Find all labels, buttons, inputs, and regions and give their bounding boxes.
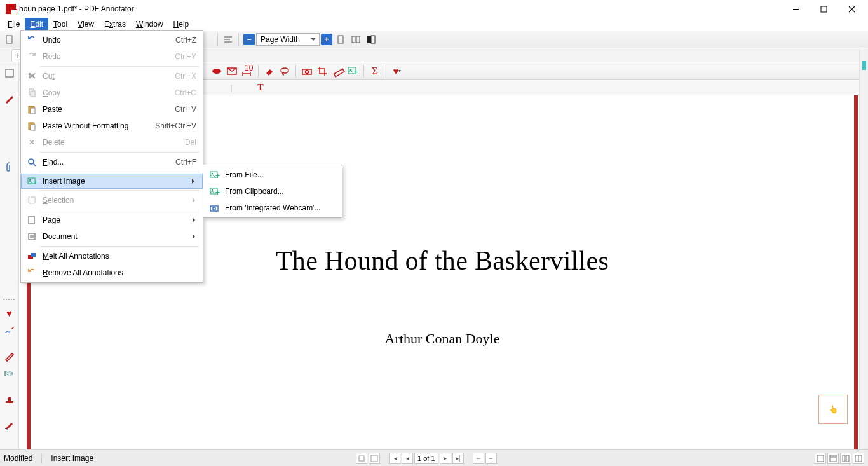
label-tool[interactable]: abl (3, 367, 17, 381)
two-page-button[interactable] (349, 32, 363, 46)
thumb-large-icon[interactable] (369, 453, 380, 464)
svg-rect-55 (371, 455, 377, 462)
svg-rect-41 (29, 233, 35, 240)
menu-file[interactable]: File (3, 18, 25, 31)
menu-extras[interactable]: Extras (99, 18, 131, 31)
favorite-tool-icon[interactable]: ♥▾ (391, 65, 403, 77)
svg-rect-45 (31, 253, 36, 257)
menu-page[interactable]: Page (21, 212, 203, 228)
menu-tool[interactable]: Tool (48, 18, 72, 31)
prev-page-button[interactable]: ◂ (402, 453, 413, 464)
edit-pencil-tool[interactable] (3, 418, 17, 432)
svg-point-53 (213, 207, 215, 210)
selection-icon (26, 195, 37, 206)
svg-rect-40 (29, 216, 34, 224)
text-tool-icon[interactable]: T (255, 83, 266, 93)
menu-selection[interactable]: Selection (21, 192, 203, 209)
last-page-button[interactable]: ▸| (452, 453, 464, 464)
page-border-right (854, 95, 858, 449)
submenu-from-clipboard[interactable]: + From Clipboard... (203, 183, 342, 200)
stamp-tool[interactable] (3, 392, 17, 406)
thumb-small-icon[interactable] (356, 453, 367, 464)
ruler-tool-icon[interactable] (332, 65, 343, 77)
image-insert-tool-icon[interactable]: + (347, 65, 358, 77)
menu-insert-image[interactable]: + Insert Image (21, 174, 203, 189)
crop-tool-icon[interactable] (316, 65, 328, 77)
measure-tool-icon[interactable]: 10 (241, 65, 253, 77)
svg-rect-9 (352, 36, 355, 43)
next-page-button[interactable]: ▸ (440, 453, 451, 464)
page-icon (26, 214, 37, 226)
menu-paste-wo[interactable]: Paste Without FormattingShift+Ctrl+V (21, 118, 203, 134)
align-button[interactable] (221, 32, 235, 46)
favorite-heart-tool[interactable]: ♥ (3, 306, 17, 320)
ellipse-tool-icon[interactable] (211, 65, 222, 77)
zoom-out-button[interactable]: − (243, 34, 255, 45)
menu-cut[interactable]: ✀ CutCtrl+X (21, 68, 203, 85)
maximize-button[interactable] (810, 0, 837, 18)
close-button[interactable] (837, 0, 865, 18)
select-rect-tool[interactable] (3, 66, 17, 80)
svg-rect-60 (846, 455, 849, 462)
zoom-level-select[interactable]: Page Width (256, 33, 320, 46)
menu-find[interactable]: Find...Ctrl+F (21, 154, 203, 170)
layout-toggle-button[interactable] (364, 32, 378, 46)
svg-rect-29 (31, 91, 35, 97)
separator-dots-icon: ••••• (3, 296, 15, 302)
right-sidebar-handle[interactable] (862, 61, 866, 70)
camera-tool-icon[interactable] (301, 65, 313, 77)
pencil-red-tool[interactable] (3, 349, 17, 363)
menu-window[interactable]: Window (131, 18, 168, 31)
remove-all-icon (26, 267, 37, 278)
svg-point-37 (29, 179, 31, 181)
pan-hand-button[interactable]: 👆 (818, 395, 848, 424)
single-page-button[interactable] (334, 32, 348, 46)
menu-copy[interactable]: CopyCtrl+C (21, 85, 203, 101)
view-mode-3[interactable] (840, 453, 851, 464)
view-mode-cluster (815, 453, 864, 464)
window-title: houn page 1.pdf* - PDF Annotator (19, 4, 134, 13)
svg-rect-8 (338, 36, 343, 43)
find-icon (26, 156, 37, 168)
signature-tool[interactable] (3, 324, 17, 338)
status-context: Insert Image (51, 454, 93, 463)
nav-forward-button[interactable]: → (485, 453, 497, 464)
menu-delete[interactable]: ✕ DeleteDel (21, 134, 203, 151)
menu-melt[interactable]: Melt All Annotations (21, 248, 203, 264)
lasso-tool-icon[interactable] (279, 65, 290, 77)
eraser-tool-icon[interactable] (264, 65, 275, 77)
attachment-tool[interactable] (3, 160, 17, 174)
menu-document[interactable]: Document (21, 228, 203, 245)
view-mode-2[interactable] (827, 453, 839, 464)
status-bar: Modified Insert Image |◂ ◂ 1 of 1 ▸ ▸| ←… (0, 449, 868, 466)
view-mode-1[interactable] (815, 453, 826, 464)
mail-tool-icon[interactable] (226, 65, 238, 77)
svg-rect-33 (31, 125, 35, 130)
menu-edit[interactable]: Edit (25, 18, 48, 31)
view-mode-4[interactable] (853, 453, 864, 464)
menu-redo[interactable]: RedoCtrl+Y (21, 48, 203, 65)
menu-paste[interactable]: PasteCtrl+V (21, 101, 203, 118)
svg-point-50 (212, 189, 213, 191)
new-file-button[interactable] (3, 32, 17, 46)
menu-remove[interactable]: Remove All Annotations (21, 264, 203, 281)
submenu-from-file[interactable]: + From File... (203, 167, 342, 183)
first-page-button[interactable]: |◂ (389, 453, 400, 464)
svg-rect-27 (5, 428, 8, 429)
page-indicator[interactable]: 1 of 1 (414, 453, 438, 464)
svg-point-34 (29, 159, 34, 164)
svg-rect-31 (31, 108, 35, 114)
menu-help[interactable]: Help (168, 18, 194, 31)
edit-menu-popup: UndoCtrl+Z RedoCtrl+Y ✀ CutCtrl+X CopyCt… (20, 30, 203, 283)
minimize-button[interactable] (782, 0, 810, 18)
svg-rect-11 (367, 36, 371, 43)
sigma-tool-icon[interactable]: Σ (369, 65, 381, 77)
svg-rect-1 (821, 6, 827, 12)
pen-tool[interactable] (3, 92, 17, 106)
nav-back-button[interactable]: ← (473, 453, 484, 464)
menu-view[interactable]: View (72, 18, 99, 31)
insert-image-icon: + (26, 175, 37, 187)
menu-undo[interactable]: UndoCtrl+Z (21, 32, 203, 48)
submenu-from-webcam[interactable]: From 'Integrated Webcam'... (203, 200, 342, 216)
zoom-in-button[interactable]: + (321, 34, 332, 45)
